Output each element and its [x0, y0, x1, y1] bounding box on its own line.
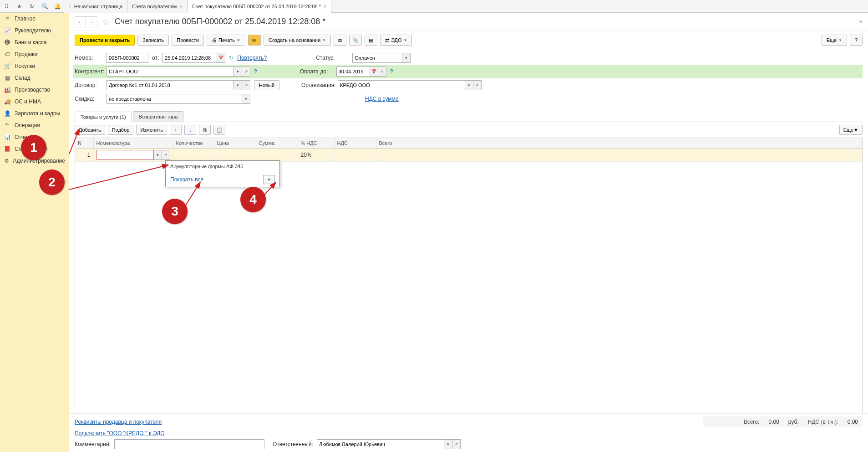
dropdown-icon[interactable]: ▾ — [154, 150, 162, 160]
structure-button[interactable]: ⧉ — [334, 35, 346, 46]
calendar-icon[interactable]: 📅 — [370, 67, 378, 77]
table-more-button[interactable]: Еще ▼ — [839, 125, 863, 135]
paste-button[interactable]: 📋 — [213, 125, 225, 135]
save-button[interactable]: Записать — [137, 35, 169, 46]
move-up-button[interactable]: ↑ — [170, 125, 182, 135]
sidebar-label: Покупки — [15, 63, 35, 69]
new-contract-button[interactable]: Новый — [254, 80, 279, 90]
annotation-1: 1 — [21, 135, 46, 160]
tab-goods[interactable]: Товары и услуги (1) — [75, 112, 132, 122]
contract-field[interactable] — [107, 80, 234, 90]
seller-buyer-link[interactable]: Реквизиты продавца и покупателя — [75, 419, 162, 425]
dropdown-icon[interactable]: ▾ — [234, 67, 242, 77]
bell-icon[interactable]: 🔔 — [51, 0, 64, 13]
repeat-link[interactable]: Повторять? — [237, 55, 267, 61]
payuntil-label: Оплата до: — [300, 68, 333, 75]
close-icon[interactable]: × — [179, 4, 182, 9]
copy-button[interactable]: ⧉ — [199, 125, 211, 135]
more-button[interactable]: Еще▼ — [822, 35, 847, 46]
list-button[interactable]: ▤ — [365, 35, 377, 46]
tag-icon: 🏷 — [4, 51, 11, 57]
open-icon[interactable]: ↗ — [162, 150, 170, 160]
discount-field[interactable] — [107, 94, 242, 104]
sidebar-item-warehouse[interactable]: ▦Склад — [0, 72, 69, 84]
cell-vat[interactable] — [334, 149, 376, 162]
tab-invoices[interactable]: Счета покупателям × — [127, 0, 188, 13]
clear-icon[interactable]: × — [378, 67, 386, 77]
cell-nomenclature[interactable]: ▾ ↗ — [93, 149, 173, 162]
sidebar-item-manager[interactable]: 📈Руководителю — [0, 25, 69, 36]
star-icon[interactable]: ★ — [13, 0, 25, 13]
apps-icon[interactable]: ⠿ — [0, 0, 13, 13]
add-new-button[interactable]: + — [263, 175, 275, 184]
dropdown-icon[interactable]: ▾ — [242, 94, 250, 104]
calendar-icon[interactable]: 📅 — [217, 53, 225, 63]
help-button[interactable]: ? — [850, 35, 863, 46]
discount-label: Скидка: — [75, 96, 103, 102]
cell-qty[interactable] — [173, 149, 214, 162]
cell-total[interactable] — [376, 149, 862, 162]
email-button[interactable]: ✉ — [248, 35, 261, 46]
print-button[interactable]: 🖨Печать▼ — [207, 35, 245, 46]
help-icon[interactable]: ? — [390, 68, 393, 75]
favorite-star-icon[interactable]: ☆ — [102, 16, 110, 27]
responsible-field[interactable] — [317, 439, 444, 449]
sidebar-item-bank[interactable]: 🅑Банк и касса — [0, 36, 69, 48]
show-all-link[interactable]: Показать все — [170, 176, 203, 183]
forward-button[interactable]: → — [86, 17, 97, 27]
cell-price[interactable] — [214, 149, 256, 162]
edo-connect-link[interactable]: Подключить "ООО "КРЕДО"" к ЭДО — [75, 430, 165, 437]
dropdown-icon[interactable]: ▾ — [465, 80, 473, 90]
cell-vatpct[interactable]: 20% — [298, 149, 334, 162]
close-doc-button[interactable]: × — [859, 18, 863, 26]
dropdown-icon[interactable]: ▾ — [444, 439, 452, 449]
move-down-button[interactable]: ↓ — [184, 125, 196, 135]
sidebar-item-production[interactable]: 🏭Производство — [0, 84, 69, 96]
person-icon: 👤 — [4, 110, 11, 117]
cell-sum[interactable] — [256, 149, 298, 162]
attach-button[interactable]: 📎 — [349, 35, 362, 46]
comment-field[interactable] — [114, 439, 264, 449]
sidebar-item-assets[interactable]: 🚚ОС и НМА — [0, 96, 69, 108]
payuntil-field[interactable] — [336, 67, 370, 77]
nomenclature-input[interactable] — [96, 150, 154, 160]
org-field[interactable] — [338, 80, 465, 90]
back-button[interactable]: ← — [75, 17, 86, 27]
open-icon[interactable]: ↗ — [452, 439, 461, 449]
sidebar-item-main[interactable]: ≡Главное — [0, 13, 69, 25]
search-icon[interactable]: 🔍 — [38, 0, 51, 13]
open-icon[interactable]: ↗ — [473, 80, 482, 90]
post-and-close-button[interactable]: Провести и закрыть — [75, 35, 135, 46]
status-field[interactable] — [352, 53, 402, 63]
bank-icon: 🅑 — [4, 39, 11, 46]
dropdown-icon[interactable]: ▾ — [234, 80, 242, 90]
edit-button[interactable]: Изменить — [136, 125, 167, 135]
tab-current-doc[interactable]: Счет покупателю 00БП-000002 от 25.04.201… — [188, 0, 332, 13]
create-based-button[interactable]: Создать на основании▼ — [264, 35, 331, 46]
date-field[interactable] — [162, 53, 217, 63]
repeat-icon: ↻ — [229, 55, 233, 61]
open-icon[interactable]: ↗ — [242, 80, 250, 90]
number-field[interactable] — [107, 53, 148, 63]
book-icon: 📕 — [4, 146, 11, 152]
close-icon[interactable]: × — [324, 4, 326, 9]
tab-home[interactable]: ⌂ Начальная страница — [64, 0, 127, 13]
sidebar-item-purchases[interactable]: 🛒Покупки — [0, 60, 69, 72]
history-icon[interactable]: ↻ — [25, 0, 38, 13]
post-button[interactable]: Провести — [172, 35, 204, 46]
main-area: ← → ☆ Счет покупателю 00БП-000002 от 25.… — [69, 13, 868, 452]
edo-button[interactable]: ⇄ЭДО▼ — [380, 35, 412, 46]
dropdown-icon[interactable]: ▾ — [402, 53, 411, 63]
sidebar-item-payroll[interactable]: 👤Зарплата и кадры — [0, 108, 69, 119]
add-button[interactable]: Добавить — [75, 125, 105, 135]
open-icon[interactable]: ↗ — [242, 67, 250, 77]
vat-link[interactable]: НДС в сумме — [365, 96, 399, 102]
dropdown-item[interactable]: Акумуляторные формы АФ-345 — [166, 161, 279, 172]
table-row[interactable]: 1 ▾ ↗ 20% — [75, 149, 862, 162]
counterparty-field[interactable] — [107, 67, 234, 77]
tab-returnable[interactable]: Возвратная тара — [133, 111, 184, 122]
pick-button[interactable]: Подбор — [108, 125, 134, 135]
sidebar-item-operations[interactable]: ᴬᵏОперации — [0, 119, 69, 131]
sidebar-item-sales[interactable]: 🏷Продажи — [0, 48, 69, 60]
help-icon[interactable]: ? — [254, 68, 257, 75]
